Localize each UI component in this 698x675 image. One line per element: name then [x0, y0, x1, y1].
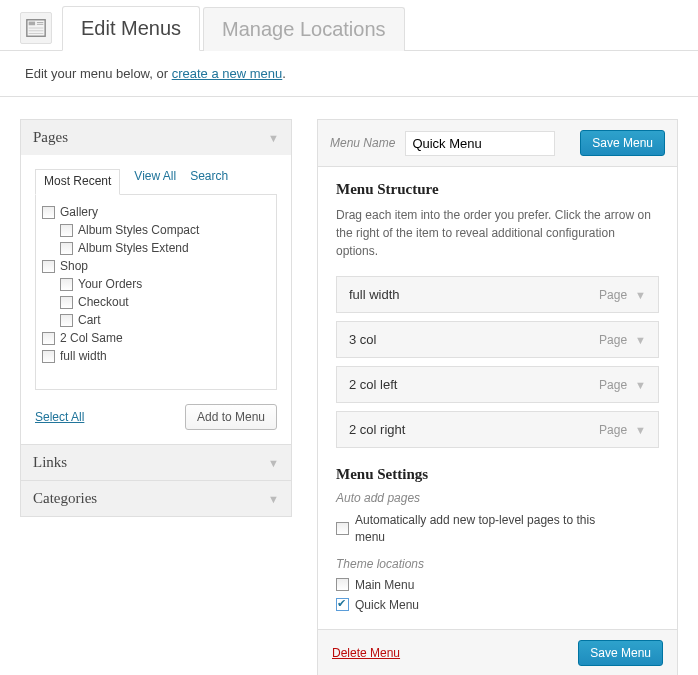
menu-header-icon [20, 12, 52, 44]
list-item[interactable]: Album Styles Compact [42, 221, 270, 239]
menu-settings-heading: Menu Settings [336, 466, 659, 483]
checkbox-icon[interactable] [60, 278, 73, 291]
checkbox-icon[interactable] [60, 314, 73, 327]
checkbox-icon[interactable] [42, 206, 55, 219]
list-item[interactable]: Cart [42, 311, 270, 329]
chevron-down-icon: ▼ [268, 132, 279, 144]
theme-locations-label: Theme locations [336, 557, 659, 571]
intro-suffix: . [282, 66, 286, 81]
menu-item-type: Page [599, 378, 627, 392]
tab-edit-menus[interactable]: Edit Menus [62, 6, 200, 51]
create-new-menu-link[interactable]: create a new menu [172, 66, 283, 81]
menu-item-type: Page [599, 423, 627, 437]
menu-item[interactable]: 2 col left Page▼ [336, 366, 659, 403]
subtab-most-recent[interactable]: Most Recent [35, 169, 120, 195]
menu-structure-desc: Drag each item into the order you prefer… [336, 206, 659, 260]
list-item[interactable]: Checkout [42, 293, 270, 311]
accordion-categories: Categories ▼ [20, 480, 292, 517]
checkbox-icon[interactable] [60, 242, 73, 255]
chevron-down-icon[interactable]: ▼ [635, 334, 646, 346]
menu-item[interactable]: full width Page▼ [336, 276, 659, 313]
auto-add-checkbox-row[interactable]: Automatically add new top-level pages to… [336, 509, 659, 549]
add-to-menu-button[interactable]: Add to Menu [185, 404, 277, 430]
accordion-pages-header[interactable]: Pages ▼ [21, 120, 291, 155]
menu-item-label: 2 col left [349, 377, 397, 392]
menu-item[interactable]: 3 col Page▼ [336, 321, 659, 358]
menu-item-label: 2 col right [349, 422, 405, 437]
accordion-categories-title: Categories [33, 490, 97, 507]
checkbox-icon[interactable] [42, 350, 55, 363]
accordion-pages: Pages ▼ Most Recent View All Search Gall… [20, 119, 292, 445]
tabs-row: Edit Menus Manage Locations [0, 0, 698, 51]
theme-location-quick[interactable]: Quick Menu [336, 595, 659, 615]
accordion-links-header[interactable]: Links ▼ [21, 445, 291, 480]
menu-item-label: full width [349, 287, 400, 302]
checkbox-icon[interactable] [336, 578, 349, 591]
svg-rect-1 [29, 21, 35, 25]
menu-name-label: Menu Name [330, 136, 395, 150]
checkbox-icon[interactable] [42, 332, 55, 345]
subtab-search[interactable]: Search [190, 169, 228, 194]
delete-menu-link[interactable]: Delete Menu [332, 646, 400, 660]
list-item[interactable]: 2 Col Same [42, 329, 270, 347]
save-menu-button-top[interactable]: Save Menu [580, 130, 665, 156]
auto-add-label: Auto add pages [336, 491, 659, 505]
accordion-categories-header[interactable]: Categories ▼ [21, 481, 291, 516]
chevron-down-icon: ▼ [268, 493, 279, 505]
menu-item-type: Page [599, 288, 627, 302]
chevron-down-icon[interactable]: ▼ [635, 289, 646, 301]
chevron-down-icon[interactable]: ▼ [635, 379, 646, 391]
checkbox-icon[interactable] [60, 224, 73, 237]
chevron-down-icon[interactable]: ▼ [635, 424, 646, 436]
list-item[interactable]: Shop [42, 257, 270, 275]
menu-structure-heading: Menu Structure [336, 181, 659, 198]
checkbox-icon[interactable] [336, 522, 349, 535]
menu-item[interactable]: 2 col right Page▼ [336, 411, 659, 448]
page-list[interactable]: Gallery Album Styles Compact Album Style… [36, 195, 276, 389]
checkbox-icon[interactable] [60, 296, 73, 309]
menu-item-type: Page [599, 333, 627, 347]
checkbox-icon[interactable] [42, 260, 55, 273]
accordion-links-title: Links [33, 454, 67, 471]
menu-name-input[interactable] [405, 131, 555, 156]
theme-location-main[interactable]: Main Menu [336, 575, 659, 595]
list-item[interactable]: Album Styles Extend [42, 239, 270, 257]
save-menu-button-bottom[interactable]: Save Menu [578, 640, 663, 666]
checkbox-icon[interactable] [336, 598, 349, 611]
select-all-link[interactable]: Select All [35, 410, 84, 424]
accordion-links: Links ▼ [20, 444, 292, 481]
list-item[interactable]: Gallery [42, 203, 270, 221]
list-item[interactable]: Your Orders [42, 275, 270, 293]
intro-prefix: Edit your menu below, or [25, 66, 172, 81]
subtab-view-all[interactable]: View All [134, 169, 176, 194]
tab-manage-locations[interactable]: Manage Locations [203, 7, 404, 51]
intro-text: Edit your menu below, or create a new me… [0, 51, 698, 97]
menu-item-label: 3 col [349, 332, 376, 347]
chevron-down-icon: ▼ [268, 457, 279, 469]
accordion-pages-title: Pages [33, 129, 68, 146]
list-item[interactable]: full width [42, 347, 270, 365]
